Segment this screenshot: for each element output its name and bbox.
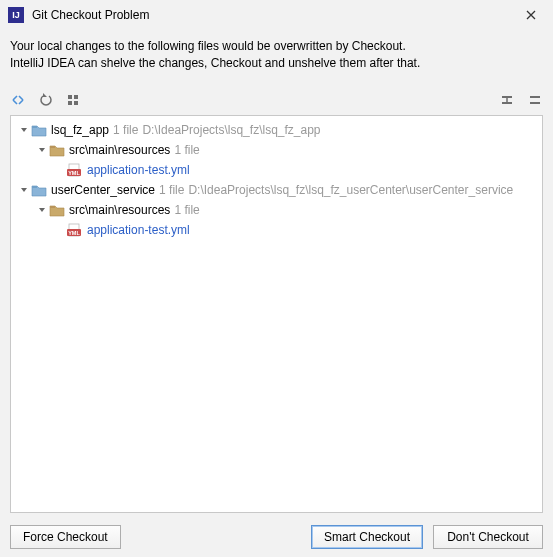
tree-node-label: src\main\resources: [69, 143, 170, 157]
message-line-2: IntelliJ IDEA can shelve the changes, Ch…: [10, 55, 543, 72]
yml-icon: YML: [67, 222, 83, 238]
tree-node-label: userCenter_service: [51, 183, 155, 197]
svg-text:YML: YML: [68, 169, 80, 175]
tree-node-label: application-test.yml: [87, 223, 190, 237]
tree-row[interactable]: src\main\resources1 file: [11, 200, 542, 220]
svg-rect-9: [50, 146, 55, 148]
svg-rect-0: [68, 95, 72, 99]
svg-rect-5: [502, 102, 512, 104]
dont-checkout-button[interactable]: Don't Checkout: [433, 525, 543, 549]
svg-text:YML: YML: [68, 229, 80, 235]
tree-node-label: application-test.yml: [87, 163, 190, 177]
module-icon: [31, 182, 47, 198]
file-path: D:\IdeaProjects\lsq_fz\lsq_fz_app: [142, 123, 320, 137]
revert-icon[interactable]: [36, 90, 56, 110]
file-count: 1 file: [174, 203, 199, 217]
diff-icon[interactable]: [8, 90, 28, 110]
smart-checkout-button[interactable]: Smart Checkout: [311, 525, 423, 549]
changed-files-tree[interactable]: lsq_fz_app1 fileD:\IdeaProjects\lsq_fz\l…: [10, 115, 543, 513]
expand-arrow-icon[interactable]: [17, 123, 31, 137]
svg-rect-4: [502, 96, 512, 98]
svg-rect-13: [32, 186, 37, 188]
message-line-1: Your local changes to the following file…: [10, 38, 543, 55]
file-count: 1 file: [174, 143, 199, 157]
file-count: 1 file: [113, 123, 138, 137]
folder-icon: [49, 202, 65, 218]
tree-node-label: lsq_fz_app: [51, 123, 109, 137]
dialog-message: Your local changes to the following file…: [0, 30, 553, 87]
expand-arrow-icon[interactable]: [35, 203, 49, 217]
expand-all-icon[interactable]: [497, 90, 517, 110]
tree-row[interactable]: src\main\resources1 file: [11, 140, 542, 160]
svg-rect-14: [50, 206, 55, 208]
svg-rect-6: [530, 96, 540, 98]
window-title: Git Checkout Problem: [32, 8, 517, 22]
svg-rect-1: [68, 101, 72, 105]
force-checkout-button[interactable]: Force Checkout: [10, 525, 121, 549]
tree-row[interactable]: YMLapplication-test.yml: [11, 220, 542, 240]
tree-row[interactable]: YMLapplication-test.yml: [11, 160, 542, 180]
tree-row[interactable]: lsq_fz_app1 fileD:\IdeaProjects\lsq_fz\l…: [11, 120, 542, 140]
expand-arrow-icon[interactable]: [35, 143, 49, 157]
close-icon[interactable]: [517, 1, 545, 29]
yml-icon: YML: [67, 162, 83, 178]
group-by-icon[interactable]: [64, 90, 84, 110]
toolbar: [0, 87, 553, 113]
app-icon: IJ: [8, 7, 24, 23]
titlebar: IJ Git Checkout Problem: [0, 0, 553, 30]
svg-rect-8: [32, 126, 37, 128]
folder-icon: [49, 142, 65, 158]
module-icon: [31, 122, 47, 138]
file-count: 1 file: [159, 183, 184, 197]
collapse-all-icon[interactable]: [525, 90, 545, 110]
tree-row[interactable]: userCenter_service1 fileD:\IdeaProjects\…: [11, 180, 542, 200]
svg-rect-2: [74, 95, 78, 99]
button-bar: Force Checkout Smart Checkout Don't Chec…: [0, 513, 553, 557]
file-path: D:\IdeaProjects\lsq_fz\lsq_fz_userCenter…: [188, 183, 513, 197]
svg-rect-3: [74, 101, 78, 105]
tree-node-label: src\main\resources: [69, 203, 170, 217]
expand-arrow-icon[interactable]: [17, 183, 31, 197]
svg-rect-7: [530, 102, 540, 104]
